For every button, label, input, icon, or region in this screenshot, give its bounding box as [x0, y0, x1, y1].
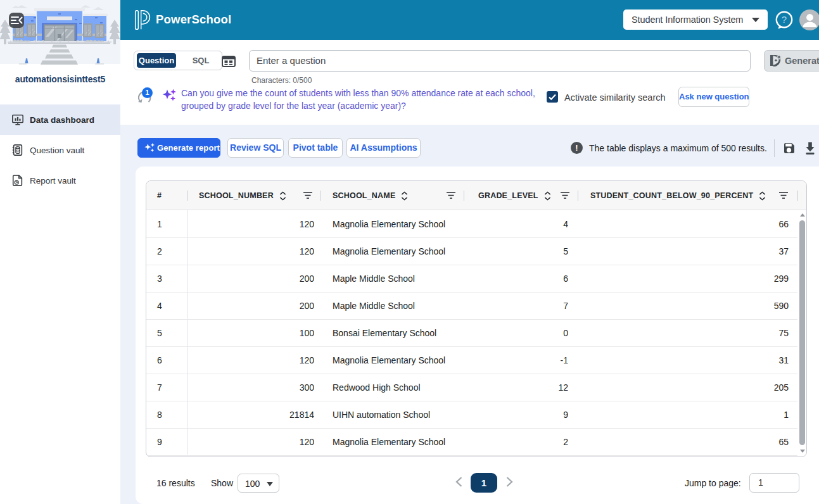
svg-text:?: ?: [782, 14, 787, 25]
